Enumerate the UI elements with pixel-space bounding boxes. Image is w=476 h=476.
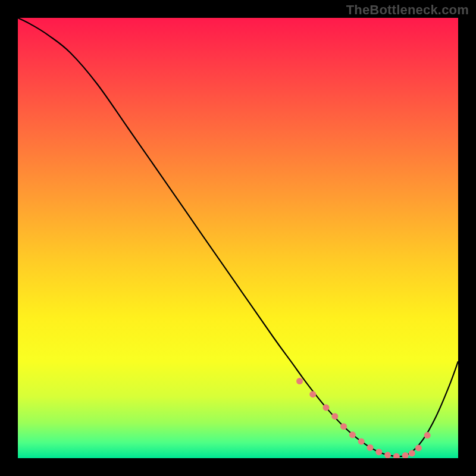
plot-area bbox=[18, 18, 458, 458]
highlight-marker bbox=[296, 378, 303, 384]
watermark-text: TheBottleneck.com bbox=[346, 2, 469, 18]
highlight-marker bbox=[323, 404, 330, 411]
highlight-marker bbox=[424, 432, 431, 439]
highlight-marker bbox=[384, 452, 391, 458]
highlight-marker bbox=[331, 413, 338, 419]
highlight-marker bbox=[375, 449, 382, 455]
highlight-marker bbox=[367, 444, 374, 451]
highlight-marker bbox=[409, 450, 415, 456]
highlight-marker bbox=[340, 423, 347, 430]
highlight-marker bbox=[349, 431, 356, 438]
highlight-marker bbox=[358, 438, 365, 444]
highlight-marker bbox=[309, 391, 316, 397]
gradient-background bbox=[18, 18, 458, 458]
chart-svg bbox=[18, 18, 458, 458]
highlight-marker bbox=[415, 444, 422, 451]
chart-frame: TheBottleneck.com bbox=[0, 0, 476, 476]
